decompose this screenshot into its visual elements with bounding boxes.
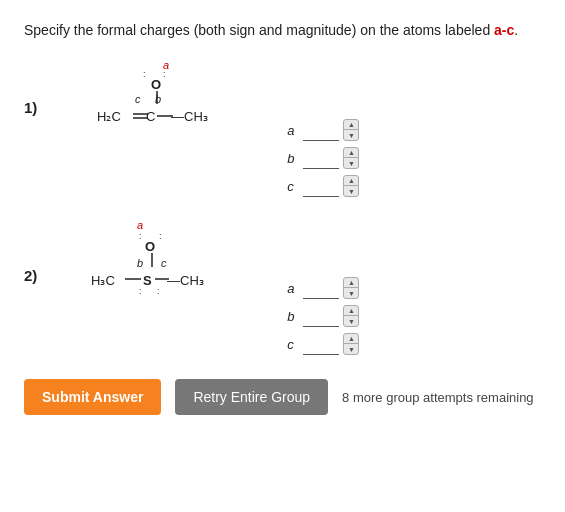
label-1b: b bbox=[287, 151, 299, 166]
spinner-1c-down[interactable]: ▼ bbox=[344, 186, 358, 196]
label-2a: a bbox=[287, 281, 299, 296]
attempts-text: 8 more group attempts remaining bbox=[342, 390, 533, 405]
input-line-2b: b ▲ ▼ bbox=[287, 305, 359, 327]
molecule-2: a : : O b c H₃C S : : bbox=[53, 217, 273, 307]
svg-text:a: a bbox=[137, 219, 143, 231]
input-line-1b: b ▲ ▼ bbox=[287, 147, 359, 169]
molecule-2-svg: a : : O b c H₃C S : : bbox=[53, 217, 263, 307]
spinner-1b-down[interactable]: ▼ bbox=[344, 158, 358, 168]
svg-text:c: c bbox=[135, 93, 141, 105]
label-1c: c bbox=[287, 179, 299, 194]
svg-text::: : bbox=[157, 286, 160, 296]
svg-text:H₂C: H₂C bbox=[97, 109, 121, 124]
svg-text::: : bbox=[143, 69, 146, 79]
label-2b: b bbox=[287, 309, 299, 324]
spinner-2c-up[interactable]: ▲ bbox=[344, 334, 358, 344]
svg-text:H₃C: H₃C bbox=[91, 273, 115, 288]
spinner-2c-down[interactable]: ▼ bbox=[344, 344, 358, 354]
spinner-1c-up[interactable]: ▲ bbox=[344, 176, 358, 186]
spinner-1a-down[interactable]: ▼ bbox=[344, 130, 358, 140]
spinner-1b[interactable]: ▲ ▼ bbox=[343, 147, 359, 169]
svg-text:C: C bbox=[146, 109, 155, 124]
highlight-ac: a-c bbox=[494, 22, 514, 38]
footer: Submit Answer Retry Entire Group 8 more … bbox=[24, 379, 541, 415]
input-2c[interactable] bbox=[303, 333, 339, 355]
input-1a[interactable] bbox=[303, 119, 339, 141]
spinner-1a-up[interactable]: ▲ bbox=[344, 120, 358, 130]
input-2a[interactable] bbox=[303, 277, 339, 299]
label-2c: c bbox=[287, 337, 299, 352]
spinner-2b-down[interactable]: ▼ bbox=[344, 316, 358, 326]
spinner-1c[interactable]: ▲ ▼ bbox=[343, 175, 359, 197]
molecule-1: a : : O c b H₂C C bbox=[53, 59, 273, 139]
svg-text::: : bbox=[139, 286, 142, 296]
spinner-1a[interactable]: ▲ ▼ bbox=[343, 119, 359, 141]
input-line-2a: a ▲ ▼ bbox=[287, 277, 359, 299]
spinner-1b-up[interactable]: ▲ bbox=[344, 148, 358, 158]
label-1a: a bbox=[287, 123, 299, 138]
retry-button[interactable]: Retry Entire Group bbox=[175, 379, 328, 415]
svg-text:c: c bbox=[161, 257, 167, 269]
svg-text:O: O bbox=[151, 77, 161, 92]
input-1b[interactable] bbox=[303, 147, 339, 169]
spinner-2a-up[interactable]: ▲ bbox=[344, 278, 358, 288]
spinner-2c[interactable]: ▲ ▼ bbox=[343, 333, 359, 355]
problem-2-inputs: a ▲ ▼ b ▲ ▼ c ▲ ▼ bbox=[287, 277, 359, 355]
problem-2: 2) a : : O b c H₃C S bbox=[24, 217, 541, 355]
svg-text::: : bbox=[139, 231, 142, 241]
input-line-1a: a ▲ ▼ bbox=[287, 119, 359, 141]
svg-text:b: b bbox=[137, 257, 143, 269]
spinner-2a[interactable]: ▲ ▼ bbox=[343, 277, 359, 299]
spinner-2b[interactable]: ▲ ▼ bbox=[343, 305, 359, 327]
problem-1: 1) a : : O c b H₂C bbox=[24, 59, 541, 197]
svg-text:S: S bbox=[143, 273, 152, 288]
problem-1-number: 1) bbox=[24, 99, 37, 116]
svg-text:O: O bbox=[145, 239, 155, 254]
submit-button[interactable]: Submit Answer bbox=[24, 379, 161, 415]
problem-1-inputs: a ▲ ▼ b ▲ ▼ c ▲ ▼ bbox=[287, 119, 359, 197]
svg-text::: : bbox=[163, 69, 166, 79]
spinner-2a-down[interactable]: ▼ bbox=[344, 288, 358, 298]
input-2b[interactable] bbox=[303, 305, 339, 327]
svg-text::: : bbox=[159, 231, 162, 241]
svg-text:b: b bbox=[155, 93, 161, 105]
svg-text:—CH₃: —CH₃ bbox=[167, 273, 204, 288]
molecule-1-svg: a : : O c b H₂C C bbox=[53, 59, 263, 139]
spinner-2b-up[interactable]: ▲ bbox=[344, 306, 358, 316]
input-line-2c: c ▲ ▼ bbox=[287, 333, 359, 355]
question-text: Specify the formal charges (both sign an… bbox=[24, 20, 541, 41]
input-1c[interactable] bbox=[303, 175, 339, 197]
svg-text:—CH₃: —CH₃ bbox=[171, 109, 208, 124]
input-line-1c: c ▲ ▼ bbox=[287, 175, 359, 197]
problem-2-number: 2) bbox=[24, 267, 37, 284]
